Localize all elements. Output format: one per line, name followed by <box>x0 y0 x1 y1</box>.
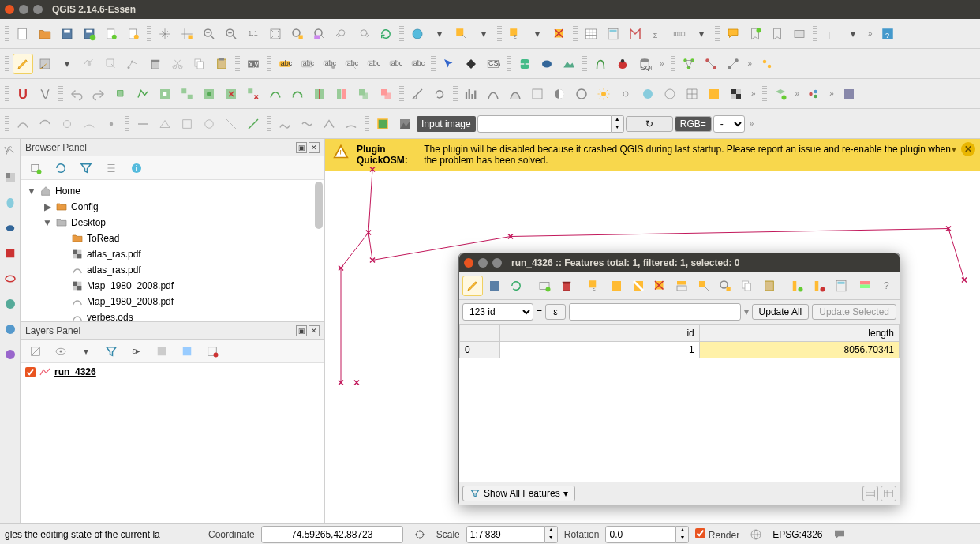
tree-item[interactable]: ▶Config <box>21 199 324 215</box>
tree-item[interactable]: ▼Home <box>21 183 324 199</box>
attr-save-button[interactable] <box>484 276 505 296</box>
toolbar-overflow[interactable]: » <box>748 89 759 98</box>
attr-reload-button[interactable] <box>506 276 526 296</box>
layers-list[interactable]: run_4326 <box>21 363 324 523</box>
save-edits-button[interactable] <box>35 54 55 74</box>
attr-update-all-button[interactable]: Update All <box>752 304 810 320</box>
delete-part-button[interactable] <box>243 84 264 104</box>
render-checkbox[interactable] <box>695 528 705 538</box>
csw-button[interactable]: CSW <box>483 54 503 74</box>
window-maximize-button[interactable] <box>33 5 43 14</box>
globe-2-button[interactable] <box>660 84 680 104</box>
tree-item[interactable]: ToRead <box>21 231 324 246</box>
toolbar-handle[interactable] <box>5 24 9 43</box>
row-number[interactable]: 0 <box>460 342 500 358</box>
toolbar-handle[interactable] <box>267 54 271 73</box>
vec-1-button[interactable] <box>133 114 153 134</box>
toolbar-overflow[interactable]: » <box>826 89 837 98</box>
visibility-dropdown[interactable]: ▾ <box>76 341 96 362</box>
toolbar-handle[interactable] <box>267 114 271 133</box>
identify-dropdown[interactable]: ▾ <box>429 24 450 44</box>
toolbar-handle[interactable] <box>235 54 240 73</box>
toolbar-overflow[interactable]: » <box>865 29 876 38</box>
attr-update-selected-button[interactable]: Update Selected <box>812 304 896 320</box>
label-pin-button[interactable]: abc <box>319 54 339 74</box>
attr-form-view-button[interactable] <box>881 486 896 501</box>
reload-input-button[interactable]: ↻ <box>626 116 673 132</box>
layer-diamond-button[interactable] <box>461 54 481 74</box>
undo-button[interactable] <box>66 84 87 104</box>
label-abc-button[interactable]: abc <box>275 54 295 74</box>
new-project-button[interactable] <box>13 24 33 44</box>
merge-attrs-button[interactable] <box>376 84 396 104</box>
help-button[interactable]: ? <box>877 24 898 44</box>
scrollbar-thumb[interactable] <box>315 182 323 229</box>
attr-select-all-button[interactable] <box>606 276 627 296</box>
cadtools-button[interactable] <box>407 84 428 104</box>
refresh-button[interactable] <box>376 24 396 44</box>
attr-copy-button[interactable] <box>737 276 757 296</box>
sql-button[interactable]: SQL <box>634 54 655 74</box>
row-header-col[interactable] <box>460 325 500 342</box>
add-raster-button[interactable] <box>0 167 21 188</box>
table-row[interactable]: 018056.70341 <box>460 342 900 358</box>
col-header[interactable]: id <box>499 325 699 342</box>
toolbar-overflow[interactable]: » <box>792 89 803 98</box>
copy-button[interactable] <box>189 54 210 74</box>
vec-2-button[interactable] <box>155 114 175 134</box>
zoom-out-button[interactable] <box>221 24 241 44</box>
attribute-table-window[interactable]: run_4326 :: Features total: 1, filtered:… <box>458 253 900 505</box>
measure-dropdown[interactable]: ▾ <box>691 24 712 44</box>
merge-selected-button[interactable] <box>353 84 374 104</box>
attr-zoom-sel-button[interactable] <box>716 276 736 296</box>
tree-item[interactable]: verbes.ods <box>21 310 324 322</box>
split-features-button[interactable] <box>309 84 330 104</box>
deselect-button[interactable] <box>549 24 570 44</box>
zoom-last-button[interactable] <box>331 24 352 44</box>
attr-min-button[interactable] <box>478 258 488 268</box>
network-button[interactable] <box>839 84 859 104</box>
tree-item[interactable]: atlas_ras.pdf <box>21 246 324 262</box>
tree-item[interactable]: ▼Desktop <box>21 215 324 231</box>
cell-id[interactable]: 1 <box>499 342 699 358</box>
offset-curve-button[interactable] <box>287 84 308 104</box>
input-image-field[interactable] <box>477 115 612 133</box>
properties-browser-button[interactable]: i <box>126 158 147 178</box>
attr-help-button[interactable]: ? <box>876 276 896 296</box>
toolbar-handle[interactable] <box>365 114 369 133</box>
zoom-in-button[interactable] <box>199 24 219 44</box>
toolbar-handle[interactable] <box>5 54 9 73</box>
node-tool-button[interactable] <box>123 54 144 74</box>
measure-button[interactable] <box>669 24 690 44</box>
add-mssql-button[interactable] <box>0 243 21 264</box>
vec-5-button[interactable] <box>221 114 241 134</box>
toolbar-handle[interactable] <box>813 24 817 43</box>
paste-button[interactable] <box>211 54 232 74</box>
georef-button[interactable] <box>372 114 393 134</box>
split-parts-button[interactable] <box>331 84 352 104</box>
style-layer-button[interactable] <box>25 341 46 362</box>
attr-deselect-button[interactable] <box>649 276 670 296</box>
add-spatialite-button[interactable] <box>0 193 21 213</box>
col-header[interactable]: length <box>699 325 899 342</box>
cut-button[interactable] <box>167 54 188 74</box>
delete-ring-button[interactable] <box>221 84 241 104</box>
attribute-window-titlebar[interactable]: run_4326 :: Features total: 1, filtered:… <box>459 253 900 272</box>
save-as-button[interactable] <box>79 24 99 44</box>
attr-epsilon-button[interactable]: ε <box>545 304 566 320</box>
open-project-button[interactable] <box>35 24 55 44</box>
network-4-button[interactable] <box>757 54 777 74</box>
attr-new-col-button[interactable] <box>787 276 808 296</box>
zoom-native-button[interactable]: 1:1 <box>243 24 264 44</box>
xy-button[interactable]: x,y <box>243 54 264 74</box>
gps-4-button[interactable] <box>79 114 99 134</box>
toolbar-overflow[interactable]: » <box>745 59 756 68</box>
attr-conditional-button[interactable] <box>855 276 875 296</box>
tree-item[interactable]: atlas_ras.pdf <box>21 262 324 278</box>
rotation-spin[interactable]: ▲▼ <box>605 526 689 543</box>
vec-3-button[interactable] <box>177 114 197 134</box>
tree-arrow[interactable]: ▼ <box>43 217 52 228</box>
scale-combo[interactable]: ▲▼ <box>466 526 558 543</box>
toolbar-handle[interactable] <box>5 84 9 103</box>
add-oracle-button[interactable] <box>0 268 21 289</box>
